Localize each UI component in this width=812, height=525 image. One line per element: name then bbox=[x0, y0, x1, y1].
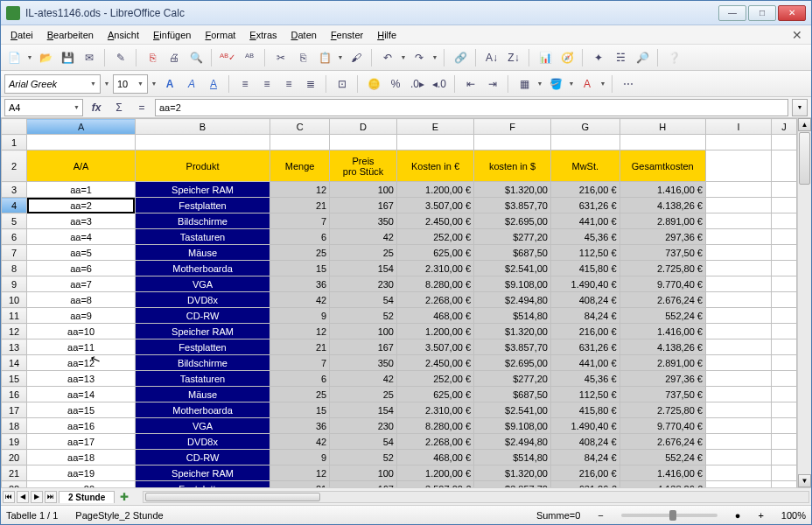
help-icon[interactable]: ❔ bbox=[664, 48, 683, 67]
cell[interactable]: 415,80 € bbox=[550, 261, 620, 276]
column-header-J[interactable]: J bbox=[772, 119, 797, 135]
cell[interactable] bbox=[620, 135, 705, 150]
cell[interactable]: $1.320,00 bbox=[474, 182, 551, 198]
cell[interactable]: Speicher RAM bbox=[135, 324, 270, 340]
cell[interactable]: Speicher RAM bbox=[135, 466, 270, 481]
menu-format[interactable]: Format bbox=[199, 28, 242, 42]
column-header-G[interactable]: G bbox=[550, 119, 620, 135]
cell[interactable]: 12 bbox=[270, 466, 330, 481]
cell[interactable]: 2.268,00 € bbox=[396, 292, 473, 308]
minimize-button[interactable]: — bbox=[718, 5, 746, 21]
cell[interactable]: CD-RW bbox=[135, 308, 270, 324]
navigator-icon[interactable]: 🧭 bbox=[557, 48, 577, 67]
row-header[interactable]: 16 bbox=[2, 387, 27, 402]
bold-icon[interactable]: A bbox=[160, 74, 179, 94]
cell[interactable]: 9 bbox=[270, 450, 330, 466]
cell[interactable] bbox=[706, 150, 772, 182]
column-header-F[interactable]: F bbox=[474, 119, 551, 135]
cell[interactable]: Menge bbox=[270, 150, 330, 182]
menu-einfügen[interactable]: Einfügen bbox=[147, 28, 197, 42]
cell[interactable]: 7 bbox=[270, 355, 330, 371]
cell[interactable]: 350 bbox=[330, 214, 397, 229]
cell[interactable] bbox=[706, 324, 772, 340]
print-icon[interactable]: 🖨 bbox=[164, 48, 184, 67]
cell[interactable]: kosten in $ bbox=[474, 150, 551, 182]
cell[interactable]: 631,26 € bbox=[550, 198, 620, 214]
cell[interactable]: 9 bbox=[270, 308, 330, 324]
cell[interactable]: 737,50 € bbox=[620, 387, 705, 402]
row-header[interactable]: 1 bbox=[2, 135, 27, 150]
cell[interactable]: 4.138,26 € bbox=[620, 340, 705, 355]
cell[interactable]: 1.416,00 € bbox=[620, 182, 705, 198]
cell[interactable]: Speicher RAM bbox=[135, 182, 270, 198]
cell[interactable]: Produkt bbox=[135, 150, 270, 182]
row-header[interactable]: 2 bbox=[2, 150, 27, 182]
cell[interactable]: Mäuse bbox=[135, 387, 270, 402]
cell[interactable]: Motherboarda bbox=[135, 261, 270, 276]
edit-icon[interactable]: ✎ bbox=[111, 48, 130, 67]
cell[interactable] bbox=[772, 387, 797, 402]
add-sheet-icon[interactable]: ✚ bbox=[116, 491, 132, 503]
currency-icon[interactable]: 🪙 bbox=[364, 74, 383, 94]
cell[interactable] bbox=[706, 402, 772, 418]
cell[interactable]: 4.138,26 € bbox=[620, 198, 705, 214]
cell[interactable] bbox=[706, 308, 772, 324]
cell[interactable] bbox=[772, 261, 797, 276]
equals-icon[interactable]: = bbox=[132, 98, 151, 117]
cell[interactable]: 84,24 € bbox=[550, 450, 620, 466]
cell[interactable] bbox=[772, 481, 797, 488]
cell[interactable]: 84,24 € bbox=[550, 308, 620, 324]
cell[interactable] bbox=[772, 466, 797, 481]
cell[interactable] bbox=[706, 450, 772, 466]
font-size-combo[interactable]: 10 bbox=[113, 74, 148, 94]
cell[interactable]: aa=6 bbox=[27, 261, 136, 276]
cell[interactable]: $514,80 bbox=[474, 308, 551, 324]
sort-desc-icon[interactable]: Z↓ bbox=[504, 48, 523, 67]
cell[interactable]: aa=5 bbox=[27, 245, 136, 261]
cell[interactable]: 631,26 € bbox=[550, 481, 620, 488]
cell[interactable]: 9.770,40 € bbox=[620, 276, 705, 292]
save-icon[interactable]: 💾 bbox=[58, 48, 77, 67]
horizontal-scrollbar[interactable] bbox=[143, 491, 809, 503]
column-header-A[interactable]: A bbox=[27, 119, 136, 135]
cell[interactable]: aa=9 bbox=[27, 308, 136, 324]
cell[interactable]: Festplatten bbox=[135, 198, 270, 214]
document-close-icon[interactable]: ✕ bbox=[787, 28, 808, 42]
row-header[interactable]: 19 bbox=[2, 434, 27, 450]
cell[interactable]: aa=17 bbox=[27, 434, 136, 450]
cell[interactable]: 42 bbox=[330, 229, 397, 245]
cell[interactable]: $277,20 bbox=[474, 371, 551, 387]
cell[interactable]: $687,50 bbox=[474, 387, 551, 402]
cell[interactable]: A/A bbox=[27, 150, 136, 182]
zoom-icon[interactable]: 🔎 bbox=[633, 48, 652, 67]
column-header-B[interactable]: B bbox=[135, 119, 270, 135]
row-header[interactable]: 5 bbox=[2, 214, 27, 229]
menu-bearbeiten[interactable]: Bearbeiten bbox=[41, 28, 100, 42]
cell[interactable] bbox=[474, 135, 551, 150]
cell[interactable]: 297,36 € bbox=[620, 229, 705, 245]
paste-icon[interactable]: 📋 bbox=[315, 48, 334, 67]
redo-icon[interactable]: ↷ bbox=[410, 48, 429, 67]
cell[interactable] bbox=[706, 355, 772, 371]
cell[interactable]: 7 bbox=[270, 214, 330, 229]
cell[interactable]: Motherboarda bbox=[135, 402, 270, 418]
cell[interactable] bbox=[772, 276, 797, 292]
cell[interactable]: 2.725,80 € bbox=[620, 402, 705, 418]
align-left-icon[interactable]: ≡ bbox=[235, 74, 255, 94]
cell[interactable] bbox=[706, 214, 772, 229]
bgcolor-icon[interactable]: 🪣 bbox=[546, 74, 565, 94]
cell[interactable]: $3.857,70 bbox=[474, 198, 551, 214]
column-header-D[interactable]: D bbox=[330, 119, 397, 135]
cell[interactable]: 1.200,00 € bbox=[396, 466, 473, 481]
cell[interactable]: aa=12 bbox=[27, 355, 136, 371]
underline-icon[interactable]: A bbox=[204, 74, 223, 94]
cell[interactable]: Preis pro Stück bbox=[330, 150, 397, 182]
menu-hilfe[interactable]: Hilfe bbox=[371, 28, 402, 42]
cell[interactable]: 45,36 € bbox=[550, 229, 620, 245]
row-header[interactable]: 14 bbox=[2, 355, 27, 371]
cell[interactable]: 552,24 € bbox=[620, 450, 705, 466]
cell[interactable]: Gesamtkosten bbox=[620, 150, 705, 182]
email-icon[interactable]: ✉ bbox=[80, 48, 99, 67]
cell[interactable]: $2.695,00 bbox=[474, 355, 551, 371]
row-header[interactable]: 9 bbox=[2, 276, 27, 292]
